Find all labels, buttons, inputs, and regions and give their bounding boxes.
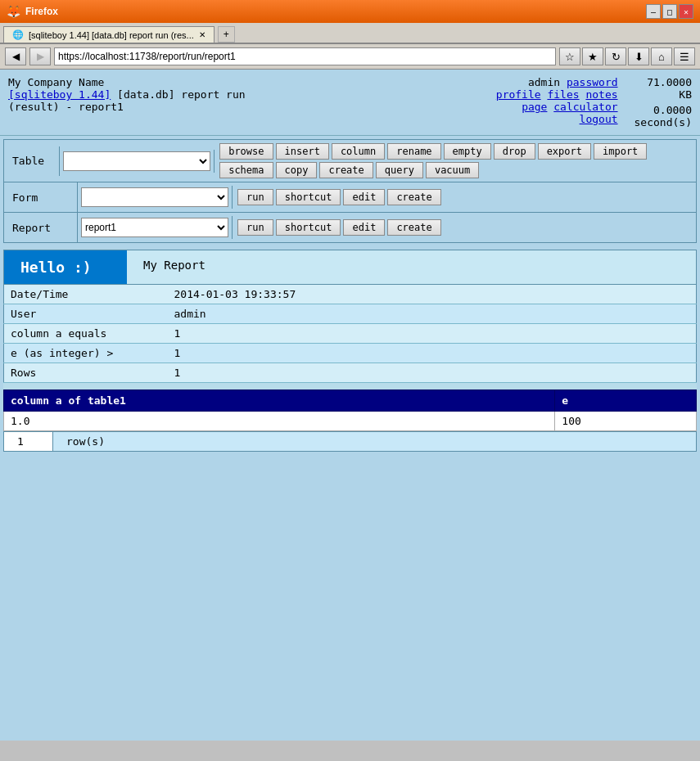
form-select-wrap [78, 186, 233, 209]
empty-button[interactable]: empty [444, 143, 491, 160]
browser-toolbar: ☆ ★ ↻ ⬇ ⌂ ☰ [559, 47, 695, 65]
table-tool-row: Table browse insert column rename empty … [4, 140, 696, 182]
password-link[interactable]: password [567, 76, 618, 88]
window-controls: – □ ✕ [646, 4, 693, 19]
new-tab-button[interactable]: + [218, 26, 235, 43]
minimize-button[interactable]: – [646, 4, 661, 19]
address-bar: ◀ ▶ ☆ ★ ↻ ⬇ ⌂ ☰ [0, 44, 700, 70]
info-bar: My Company Name [sqliteboy 1.44] [data.d… [0, 70, 700, 136]
home-button[interactable]: ⌂ [651, 47, 672, 65]
form-run-button[interactable]: run [237, 189, 273, 205]
tab-favicon-icon: 🌐 [12, 29, 24, 40]
back-button[interactable]: ◀ [5, 47, 26, 65]
bookmark-check-button[interactable]: ★ [582, 47, 603, 65]
tab-main[interactable]: 🌐 [sqliteboy 1.44] [data.db] report run … [3, 26, 215, 43]
tool-panel: Table browse insert column rename empty … [3, 139, 697, 243]
breadcrumb-middle: [data.db] report run [117, 88, 246, 101]
query-button[interactable]: query [376, 162, 423, 178]
report-shortcut-button[interactable]: shortcut [276, 219, 341, 236]
company-section: My Company Name [sqliteboy 1.44] [data.d… [0, 70, 488, 135]
info-label-2: column a equals [4, 324, 168, 344]
report-edit-button[interactable]: edit [343, 219, 385, 236]
files-link[interactable]: files [547, 88, 579, 101]
info-label-3: e (as integer) > [4, 344, 168, 363]
report-header: Hello :) My Report [3, 250, 697, 284]
tab-bar: 🌐 [sqliteboy 1.44] [data.db] report run … [0, 23, 700, 44]
nav-links-section: admin password profile files notes page … [488, 70, 626, 135]
report-buttons: run shortcut edit create [233, 216, 446, 239]
window-title-text: Firefox [25, 6, 58, 17]
rename-button[interactable]: rename [387, 143, 440, 160]
breadcrumb: [sqliteboy 1.44] [data.db] report run (r… [8, 88, 480, 113]
maximize-button[interactable]: □ [662, 4, 677, 19]
info-value-1: admin [168, 304, 697, 324]
tab-close-button[interactable]: ✕ [199, 30, 205, 39]
data-cell-0-1: 100 [555, 412, 697, 431]
info-value-2: 1 [168, 324, 697, 344]
browse-button[interactable]: browse [219, 143, 273, 160]
stats-section: 71.0000 KB 0.0000 second(s) [626, 70, 700, 135]
table-select-wrap [60, 150, 215, 173]
report-name: My Report [127, 250, 696, 284]
form-tool-row: Form run shortcut edit create [4, 182, 696, 213]
time-unit: second(s) [635, 116, 692, 128]
admin-label: admin [528, 76, 567, 88]
firefox-logo-icon: 🦊 [7, 5, 20, 18]
report-info-table: Date/Time2014-01-03 19:33:57Useradmincol… [3, 284, 697, 383]
row-count-bar: 1 row(s) [3, 431, 697, 452]
file-size-value: 71.0000 [647, 76, 692, 88]
calculator-link[interactable]: calculator [553, 101, 617, 113]
report-label: Report [4, 213, 78, 242]
report-title: Hello :) [4, 250, 127, 284]
form-create-button[interactable]: create [387, 189, 440, 205]
forward-button[interactable]: ▶ [29, 47, 51, 65]
page-link[interactable]: page [522, 101, 547, 113]
report-tool-row: Report report1 run shortcut edit create [4, 213, 696, 242]
form-shortcut-button[interactable]: shortcut [276, 189, 341, 205]
company-name: My Company Name [8, 76, 480, 88]
form-select[interactable] [81, 187, 228, 207]
info-value-4: 1 [168, 363, 697, 383]
browser-content: My Company Name [sqliteboy 1.44] [data.d… [0, 70, 700, 741]
logout-link[interactable]: logout [580, 113, 618, 125]
column-button[interactable]: column [332, 143, 385, 160]
table-select[interactable] [63, 151, 210, 171]
menu-button[interactable]: ☰ [674, 47, 695, 65]
row-count-label: row(s) [53, 432, 696, 451]
copy-button[interactable]: copy [276, 162, 318, 178]
report-area: Hello :) My Report Date/Time2014-01-03 1… [3, 250, 697, 452]
info-label-0: Date/Time [4, 285, 168, 304]
vacuum-button[interactable]: vacuum [426, 162, 479, 178]
report-create-button[interactable]: create [387, 219, 440, 236]
create-table-button[interactable]: create [319, 162, 373, 178]
notes-link[interactable]: notes [585, 88, 617, 101]
download-button[interactable]: ⬇ [628, 47, 649, 65]
import-button[interactable]: import [594, 143, 647, 160]
report-select[interactable]: report1 [81, 218, 228, 237]
table-label: Table [4, 146, 60, 176]
data-cell-0-0: 1.0 [4, 412, 555, 431]
profile-link[interactable]: profile [496, 88, 541, 101]
tab-label: [sqliteboy 1.44] [data.db] report run (r… [29, 30, 194, 40]
sqliteboy-link[interactable]: [sqliteboy 1.44] [8, 88, 111, 101]
report-run-button[interactable]: run [237, 219, 273, 236]
info-value-0: 2014-01-03 19:33:57 [168, 285, 697, 304]
info-value-3: 1 [168, 344, 697, 363]
title-bar: 🦊 Firefox – □ ✕ [0, 0, 700, 23]
insert-button[interactable]: insert [276, 143, 329, 160]
schema-button[interactable]: schema [219, 162, 273, 178]
table-buttons: browse insert column rename empty drop e… [215, 140, 696, 182]
drop-button[interactable]: drop [494, 143, 535, 160]
data-table: column a of table1 e 1.0100 [3, 390, 697, 431]
close-button[interactable]: ✕ [679, 4, 693, 19]
bookmark-star-button[interactable]: ☆ [559, 47, 580, 65]
time-value: 0.0000 [653, 104, 692, 116]
export-button[interactable]: export [538, 143, 591, 160]
form-buttons: run shortcut edit create [233, 186, 446, 209]
info-label-4: Rows [4, 363, 168, 383]
address-input[interactable] [54, 47, 556, 65]
breadcrumb-end: (result) - report1 [8, 101, 124, 113]
refresh-button[interactable]: ↻ [605, 47, 626, 65]
file-size-unit: KB [679, 88, 692, 101]
form-edit-button[interactable]: edit [343, 189, 385, 205]
